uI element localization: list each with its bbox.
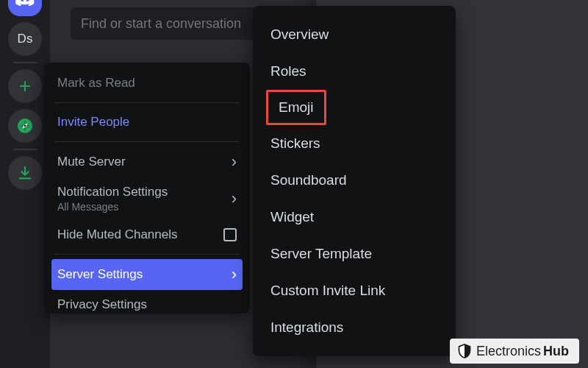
server-settings-submenu: Overview Roles Emoji Stickers Soundboard… — [253, 6, 456, 356]
server-rail: Ds + — [0, 0, 50, 368]
ctx-label: Server Settings — [57, 267, 143, 282]
ctx-label: Privacy Settings — [57, 297, 147, 312]
ctx-label: Invite People — [57, 115, 129, 130]
ctx-label: Hide Muted Channels — [57, 227, 177, 242]
rail-download[interactable] — [8, 156, 42, 190]
app-root: Ds + Mark as Rea — [0, 0, 588, 368]
ctx-hide-muted[interactable]: Hide Muted Channels — [51, 220, 243, 250]
rail-separator — [13, 62, 37, 63]
chevron-right-icon: › — [232, 191, 237, 207]
ctx-mute-server[interactable]: Mute Server › — [51, 146, 243, 177]
highlight-box: Emoji — [266, 90, 326, 125]
rail-home-icon[interactable] — [8, 0, 42, 16]
watermark-badge: Electronics Hub — [450, 339, 579, 364]
chevron-right-icon: › — [232, 266, 237, 283]
watermark-text2: Hub — [543, 344, 569, 359]
ctx-server-settings[interactable]: Server Settings › — [51, 259, 243, 290]
sub-stickers[interactable]: Stickers — [266, 125, 442, 162]
checkbox-icon[interactable] — [223, 228, 237, 241]
rail-separator — [13, 149, 37, 150]
chevron-right-icon: › — [232, 154, 237, 170]
ctx-separator — [54, 254, 240, 255]
ctx-mark-read[interactable]: Mark as Read — [51, 68, 243, 98]
ctx-privacy-settings[interactable]: Privacy Settings — [51, 290, 243, 314]
plus-icon: + — [19, 74, 31, 98]
sub-emoji-highlight: Emoji — [266, 90, 442, 125]
shield-icon — [457, 343, 472, 359]
ctx-separator — [54, 141, 240, 142]
ctx-label: Mute Server — [57, 155, 126, 169]
ctx-label: Mark as Read — [57, 76, 135, 91]
svg-point-1 — [24, 125, 26, 127]
rail-explore[interactable] — [8, 109, 42, 143]
rail-add-server[interactable]: + — [8, 69, 42, 103]
download-icon — [17, 165, 33, 181]
sub-soundboard[interactable]: Soundboard — [266, 162, 442, 199]
compass-icon — [16, 117, 34, 135]
sub-server-template[interactable]: Server Template — [266, 236, 442, 272]
server-context-menu: Mark as Read Invite People Mute Server ›… — [44, 63, 250, 314]
ctx-separator — [54, 102, 240, 103]
sub-overview[interactable]: Overview — [266, 16, 442, 53]
watermark-text1: Electronics — [476, 344, 541, 359]
discord-logo-icon — [15, 0, 35, 7]
sub-roles[interactable]: Roles — [266, 53, 442, 90]
ctx-stack: Notification Settings All Messages — [57, 185, 168, 213]
ctx-sublabel: All Messages — [57, 201, 118, 213]
ctx-invite-people[interactable]: Invite People — [51, 107, 243, 137]
rail-server-ds[interactable]: Ds — [8, 22, 42, 56]
sub-emoji[interactable]: Emoji — [279, 99, 314, 116]
sub-custom-invite[interactable]: Custom Invite Link — [266, 272, 442, 309]
ctx-label: Notification Settings — [57, 185, 168, 199]
ctx-notification-settings[interactable]: Notification Settings All Messages › — [51, 177, 243, 220]
sub-integrations[interactable]: Integrations — [266, 309, 442, 346]
sub-widget[interactable]: Widget — [266, 199, 442, 236]
